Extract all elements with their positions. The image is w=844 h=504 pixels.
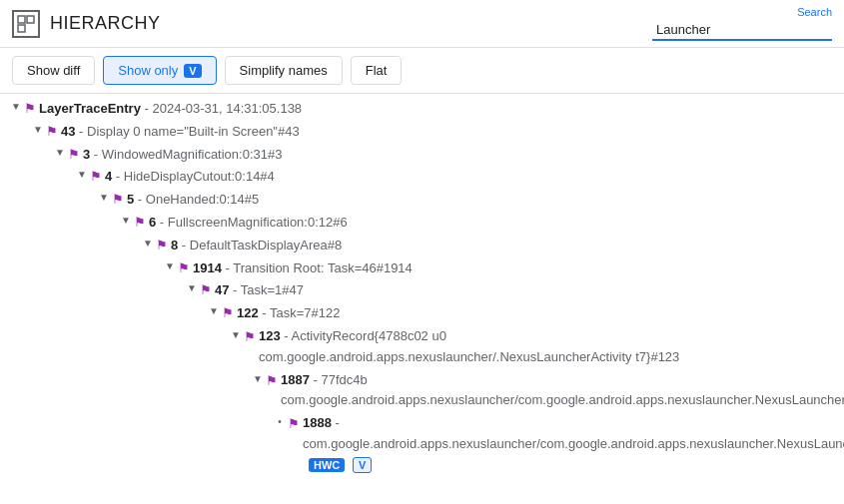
list-item: ▼ ⚑ 6 - FullscreenMagnification:0:12#6: [0, 212, 844, 235]
node-icon: ⚑: [178, 258, 190, 279]
hwc-badge: HWC: [309, 458, 345, 472]
toggle-button[interactable]: ▼: [228, 327, 244, 343]
show-diff-label: Show diff: [27, 63, 80, 78]
node-icon: ⚑: [222, 303, 234, 324]
search-label: Search: [797, 6, 832, 18]
toggle-button[interactable]: ▼: [8, 99, 24, 115]
toggle-button[interactable]: ▼: [74, 167, 90, 183]
toggle-button[interactable]: •: [272, 414, 288, 430]
list-item: ▼ ⚑ 47 - Task=1#47: [0, 279, 844, 302]
search-input[interactable]: [652, 20, 832, 41]
v-badge: V: [353, 457, 372, 473]
list-item: ▼ ⚑ 8 - DefaultTaskDisplayArea#8: [0, 235, 844, 257]
node-text: 123 - ActivityRecord{4788c02 u0 com.goog…: [259, 326, 818, 368]
toggle-button[interactable]: ▼: [118, 213, 134, 229]
list-item: • ⚑ 1888 - com.google.android.apps.nexus…: [0, 412, 844, 476]
list-item: ▼ ⚑ 122 - Task=7#122: [0, 302, 844, 325]
header: HIERARCHY Search: [0, 0, 844, 48]
node-text: 1914 - Transition Root: Task=46#1914: [193, 258, 413, 279]
show-only-badge: V: [184, 64, 201, 78]
node-text: 6 - FullscreenMagnification:0:12#6: [149, 213, 348, 234]
toggle-button[interactable]: ▼: [184, 280, 200, 296]
toggle-button[interactable]: ▼: [52, 145, 68, 161]
page-title: HIERARCHY: [50, 13, 161, 34]
node-text: 122 - Task=7#122: [237, 303, 341, 324]
list-item: ▼ ⚑ 1887 - 77fdc4b com.google.android.ap…: [0, 369, 844, 413]
list-item: ▼ ⚑ 43 - Display 0 name="Built-in Screen…: [0, 121, 844, 144]
node-icon: ⚑: [68, 145, 80, 166]
list-item: ▼ ⚑ 1914 - Transition Root: Task=46#1914: [0, 257, 844, 280]
node-text: 3 - WindowedMagnification:0:31#3: [83, 145, 282, 166]
node-icon: ⚑: [134, 213, 146, 234]
node-text: 1888 - com.google.android.apps.nexuslaun…: [303, 413, 812, 475]
node-text: 1887 - 77fdc4b com.google.android.apps.n…: [281, 370, 820, 412]
node-icon: ⚑: [24, 99, 36, 120]
node-text: 4 - HideDisplayCutout:0:14#4: [105, 167, 275, 188]
flat-button[interactable]: Flat: [351, 56, 403, 85]
node-icon: ⚑: [46, 122, 58, 143]
header-left: HIERARCHY: [12, 10, 161, 38]
simplify-names-label: Simplify names: [240, 63, 328, 78]
toggle-button[interactable]: ▼: [96, 190, 112, 206]
toolbar: Show diff Show only V Simplify names Fla…: [0, 48, 844, 94]
list-item: ▼ ⚑ LayerTraceEntry - 2024-03-31, 14:31:…: [0, 98, 844, 121]
simplify-names-button[interactable]: Simplify names: [225, 56, 343, 85]
toggle-button[interactable]: ▼: [250, 371, 266, 387]
node-icon: ⚑: [266, 371, 278, 392]
list-item: ▼ ⚑ 3 - WindowedMagnification:0:31#3: [0, 144, 844, 167]
show-diff-button[interactable]: Show diff: [12, 56, 95, 85]
search-container: Search: [652, 6, 832, 41]
show-only-label: Show only: [118, 63, 178, 78]
svg-rect-2: [18, 25, 25, 32]
node-icon: ⚑: [288, 414, 300, 435]
node-icon: ⚑: [112, 190, 124, 211]
toggle-button[interactable]: ▼: [30, 122, 46, 138]
tree-container: ▼ ⚑ LayerTraceEntry - 2024-03-31, 14:31:…: [0, 94, 844, 504]
toggle-button[interactable]: ▼: [162, 258, 178, 274]
toggle-button[interactable]: ▼: [140, 236, 156, 252]
list-item: ▼ ⚑ 4 - HideDisplayCutout:0:14#4: [0, 166, 844, 189]
node-text: 8 - DefaultTaskDisplayArea#8: [171, 236, 342, 256]
svg-rect-1: [27, 16, 34, 23]
show-only-button[interactable]: Show only V: [103, 56, 216, 85]
hierarchy-icon: [12, 10, 40, 38]
node-icon: ⚑: [90, 167, 102, 188]
list-item: ▼ ⚑ 5 - OneHanded:0:14#5: [0, 189, 844, 212]
node-icon: ⚑: [200, 280, 212, 301]
node-icon: ⚑: [156, 236, 168, 256]
node-text: 47 - Task=1#47: [215, 280, 304, 301]
node-text: LayerTraceEntry - 2024-03-31, 14:31:05.1…: [39, 99, 302, 120]
list-item: ▼ ⚑ 123 - ActivityRecord{4788c02 u0 com.…: [0, 325, 844, 369]
flat-label: Flat: [366, 63, 388, 78]
toggle-button[interactable]: ▼: [206, 303, 222, 319]
node-icon: ⚑: [244, 327, 256, 348]
node-text: 5 - OneHanded:0:14#5: [127, 190, 259, 211]
node-text: 43 - Display 0 name="Built-in Screen"#43: [61, 122, 300, 143]
svg-rect-0: [18, 16, 25, 23]
